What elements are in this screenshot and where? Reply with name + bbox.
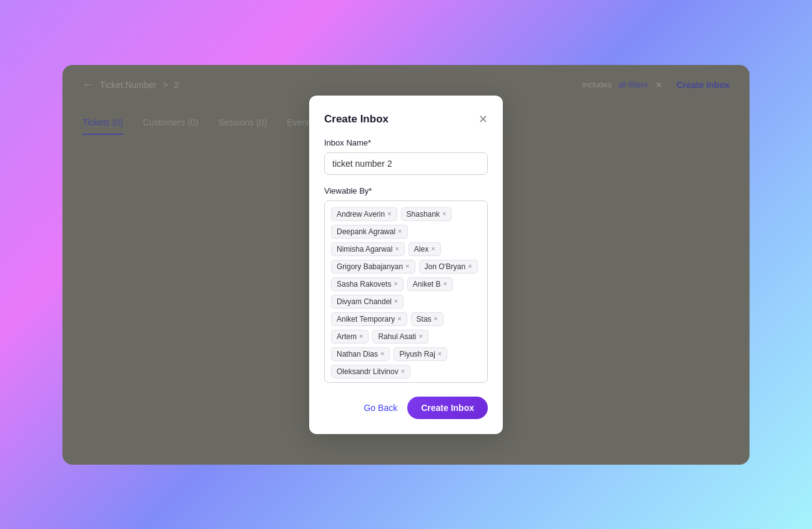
tag-label: Deepank Agrawal <box>337 227 395 236</box>
inbox-name-input[interactable] <box>324 152 488 175</box>
go-back-button[interactable]: Go Back <box>364 403 397 413</box>
tag-label: Aniket B <box>413 280 441 289</box>
list-item: Jon O'Bryan× <box>419 260 478 274</box>
list-item: Deepank Agrawal× <box>331 225 408 239</box>
tag-remove-button[interactable]: × <box>397 315 401 322</box>
create-inbox-modal: Create Inbox ✕ Inbox Name* Viewable By* … <box>309 96 503 434</box>
tag-remove-button[interactable]: × <box>438 350 442 357</box>
tag-label: Piyush Raj <box>399 350 435 358</box>
list-item: Grigory Babajanyan× <box>331 260 415 274</box>
modal-title: Create Inbox <box>324 113 389 126</box>
viewable-by-label: Viewable By* <box>324 186 488 195</box>
tag-remove-button[interactable]: × <box>380 350 384 357</box>
list-item: Sasha Rakovets× <box>331 277 404 291</box>
tag-remove-button[interactable]: × <box>387 210 391 217</box>
tag-label: Oleksandr Litvinov <box>337 367 399 376</box>
tag-label: Divyam Chandel <box>337 297 392 306</box>
list-item: Aniket B× <box>407 277 453 291</box>
list-item: Shashank× <box>401 207 452 221</box>
tag-label: Grigory Babajanyan <box>337 262 403 271</box>
list-item: Andrew Averin× <box>331 207 397 221</box>
create-inbox-modal-button[interactable]: Create Inbox <box>407 397 488 419</box>
tag-label: Sasha Rakovets <box>337 280 391 289</box>
main-window: ← Ticket.Number > 2 includes all filters… <box>62 65 750 465</box>
list-item: Divyam Chandel× <box>331 295 404 309</box>
modal-overlay: Create Inbox ✕ Inbox Name* Viewable By* … <box>62 65 750 465</box>
tag-remove-button[interactable]: × <box>394 298 398 305</box>
list-item: Aniket Temporary× <box>331 312 407 326</box>
modal-header: Create Inbox ✕ <box>324 113 488 126</box>
list-item: Alex× <box>408 242 441 256</box>
tag-label: Alex <box>414 245 428 254</box>
tag-remove-button[interactable]: × <box>468 263 472 270</box>
modal-footer: Go Back Create Inbox <box>324 397 488 419</box>
tag-label: Aniket Temporary <box>337 315 395 324</box>
tag-remove-button[interactable]: × <box>394 280 397 287</box>
list-item: Stas× <box>411 312 443 326</box>
inbox-name-label: Inbox Name* <box>324 138 488 147</box>
list-item: Oleksandr Litvinov× <box>331 365 410 378</box>
tag-label: Nimisha Agarwal <box>337 245 392 254</box>
tag-remove-button[interactable]: × <box>443 280 447 287</box>
list-item: Piyush Raj× <box>394 347 447 361</box>
tag-label: Nathan Dias <box>337 350 378 358</box>
tag-label: Stas <box>417 315 432 324</box>
tag-label: Shashank <box>407 210 440 219</box>
tag-remove-button[interactable]: × <box>434 315 438 322</box>
tag-label: Rahul Asati <box>378 332 416 341</box>
tag-label: Andrew Averin <box>337 210 385 219</box>
tag-remove-button[interactable]: × <box>398 228 402 235</box>
tag-remove-button[interactable]: × <box>405 263 409 270</box>
list-item: Rahul Asati× <box>372 330 428 344</box>
list-item: Nathan Dias× <box>331 347 390 361</box>
tag-label: Artem <box>337 332 357 341</box>
tag-remove-button[interactable]: × <box>418 333 422 340</box>
tag-remove-button[interactable]: × <box>442 210 446 217</box>
tag-remove-button[interactable]: × <box>359 333 363 340</box>
tag-remove-button[interactable]: × <box>401 368 405 375</box>
list-item: Nimisha Agarwal× <box>331 242 405 256</box>
tags-container: Andrew Averin×Shashank×Deepank Agrawal×N… <box>324 200 488 383</box>
tag-remove-button[interactable]: × <box>395 245 399 252</box>
modal-close-button[interactable]: ✕ <box>478 114 488 125</box>
tag-label: Jon O'Bryan <box>425 262 466 271</box>
tag-remove-button[interactable]: × <box>431 245 435 252</box>
list-item: Artem× <box>331 330 369 344</box>
